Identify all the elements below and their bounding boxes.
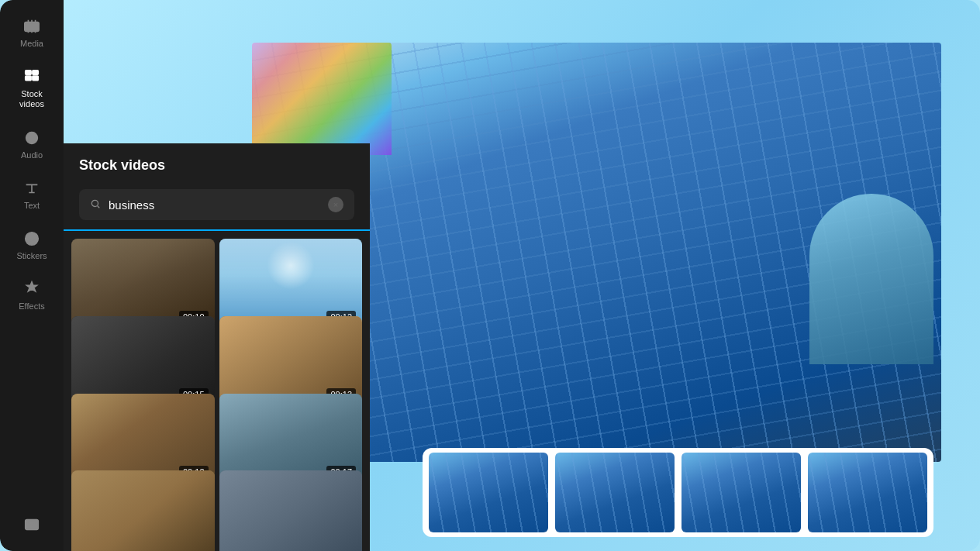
video-thumb-2[interactable]: 00:12 (219, 239, 363, 328)
video-thumb-4[interactable]: 00:13 (219, 316, 363, 405)
stock-videos-label: Stockvideos (19, 89, 44, 109)
film-icon (22, 17, 41, 36)
sidebar-item-effects[interactable]: Effects (0, 270, 64, 321)
svg-point-12 (91, 200, 98, 206)
video-thumb-5[interactable]: 00:13 (71, 394, 215, 483)
search-input[interactable] (109, 198, 320, 212)
video-thumb-7[interactable] (71, 470, 215, 551)
building-left (252, 43, 392, 155)
sidebar-item-stickers[interactable]: Stickers (0, 220, 64, 270)
stickers-icon (22, 229, 41, 248)
panel-title: Stock videos (79, 157, 354, 174)
effects-label: Effects (19, 301, 44, 312)
sidebar-item-text[interactable]: Text (0, 170, 64, 220)
timeline-segment-3[interactable] (682, 453, 801, 532)
timeline-segment-4[interactable] (808, 453, 927, 532)
svg-point-7 (31, 136, 33, 139)
svg-point-8 (26, 232, 39, 246)
sidebar-item-mail[interactable] (0, 506, 64, 543)
clear-icon: × (333, 200, 338, 209)
timeline-divider-2 (677, 453, 679, 532)
text-label: Text (24, 201, 40, 211)
timeline-strip (423, 448, 933, 537)
video-thumb-6[interactable]: 00:17 (219, 394, 363, 483)
search-clear-button[interactable]: × (328, 197, 343, 212)
search-bar[interactable]: × (79, 189, 354, 220)
grid-icon (22, 67, 41, 86)
timeline-segment-1[interactable] (429, 453, 548, 532)
video-thumb-1[interactable]: 00:10 (71, 239, 215, 328)
stickers-label: Stickers (16, 251, 47, 261)
sidebar-item-stock-videos[interactable]: Stockvideos (0, 58, 64, 119)
svg-point-9 (29, 236, 30, 238)
timeline-divider-1 (550, 453, 553, 532)
svg-rect-2 (33, 71, 38, 75)
panel-header: Stock videos × (64, 143, 370, 231)
sidebar-item-audio[interactable]: Audio (0, 119, 64, 170)
timeline-divider-3 (803, 453, 806, 532)
svg-rect-1 (26, 71, 31, 75)
timeline-segment-2[interactable] (555, 453, 675, 532)
video-thumb-3[interactable]: 00:15 (71, 316, 215, 405)
search-icon (90, 198, 101, 212)
video-thumb-8[interactable] (219, 470, 363, 551)
stock-videos-panel: Stock videos × 00:10 00:12 00:15 (64, 143, 370, 551)
media-label: Media (20, 39, 43, 49)
svg-rect-0 (25, 22, 39, 32)
audio-label: Audio (21, 150, 43, 160)
text-icon (22, 179, 41, 198)
sidebar-item-media[interactable]: Media (0, 8, 64, 58)
video-grid: 00:10 00:12 00:15 00:13 00:13 00:17 (64, 231, 370, 551)
svg-rect-3 (26, 76, 31, 81)
effects-icon (22, 280, 41, 298)
mail-icon (22, 515, 41, 534)
audio-icon (22, 129, 41, 147)
building-right (809, 194, 933, 364)
sidebar: Media Stockvideos Audio (0, 0, 64, 551)
svg-rect-4 (33, 76, 38, 81)
svg-point-10 (33, 236, 35, 238)
